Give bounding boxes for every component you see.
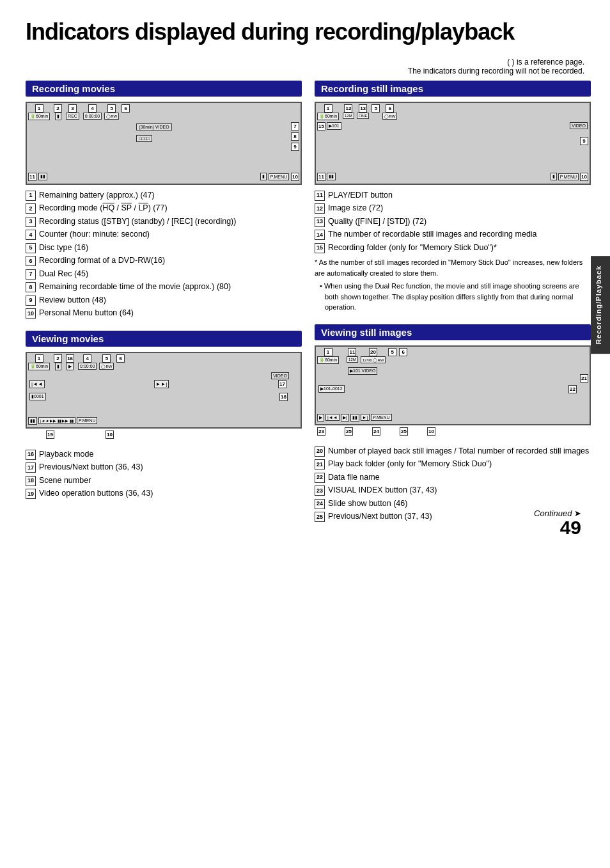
vs-diag-num-21: 21 [580,374,588,383]
list-item: 2 Recording mode (HQ / SP / LP) (77) [26,203,302,214]
list-item: 6 Recording format of a DVD-RW(16) [26,255,302,267]
list-item: 24 Slide show button (46) [315,498,591,510]
rs-diag-num-13: 13 [359,104,367,113]
section-header-viewing-movies: Viewing movies [26,331,302,347]
vs-diag-num-25-1: 25 [345,427,353,436]
v-diag-num-1: 1 [35,354,43,363]
diag-num-6: 6 [121,104,130,113]
section-viewing-movies: Viewing movies 1 🔋60min 2 ▮ [26,331,302,500]
list-item: 17 Previous/Next button (36, 43) [26,462,302,473]
list-item: 19 Video operation buttons (36, 43) [26,488,302,500]
list-item: 12 Image size (72) [315,203,591,214]
v-diag-num-17: 17 [278,380,286,388]
list-item: 10 Personal Menu button (64) [26,308,302,319]
diag-num-1: 1 [35,104,43,113]
recording-still-diagram: 1 🔋60min 12 12M 13 FINE 5 [315,102,591,185]
list-item: 9 Review button (48) [26,295,302,306]
list-item: 11 PLAY/EDIT button [315,190,591,201]
list-item: 20 Number of played back still images / … [315,446,591,457]
diag-num-10: 10 [291,173,299,181]
section-viewing-still: Viewing still images 1 🔋60min 11 12M [315,324,591,523]
list-item: 13 Quality ([FINE] / [STD]) (72) [315,216,591,228]
left-column: Recording movies 1 🔋60min 2 ▮ [26,81,302,534]
diag-num-11-rec: 11 [28,173,36,181]
vs-diag-num-24: 24 [372,427,380,436]
list-item: 8 Remaining recordable time of the movie… [26,281,302,293]
ref-note-line2: The indicators during recording will not… [408,67,584,75]
rs-diag-num-5: 5 [371,104,380,113]
v-diag-num-2: 2 [54,354,62,363]
recording-still-notes: * As the number of still images recorded… [315,257,591,313]
page-container: Indicators displayed during recording/pl… [0,0,610,553]
rs-diag-num-10: 10 [580,173,588,181]
diag-num-4: 4 [88,104,97,113]
list-item: 16 Playback mode [26,449,302,461]
section-header-viewing-still: Viewing still images [315,324,591,340]
section-header-recording-movies: Recording movies [26,81,302,97]
diag-num-7: 7 [291,122,299,130]
list-item: 7 Dual Rec (45) [26,269,302,280]
v-diag-num-6: 6 [116,354,125,363]
list-item: 21 Play back folder (only for "Memory St… [315,459,591,470]
section-recording-movies: Recording movies 1 🔋60min 2 ▮ [26,81,302,319]
page-number: 49 [534,518,581,537]
note-star: * As the number of still images recorded… [315,257,591,278]
list-item: 3 Recording status ([STBY] (standby) / [… [26,216,302,228]
vs-diag-num-1: 1 [324,348,332,356]
v-diag-num-18: 18 [279,393,288,401]
ref-note-line1: ( ) is a reference page. [507,58,584,67]
v-diag-num-5: 5 [102,354,111,363]
rs-diag-num-11: 11 [317,173,325,181]
page-title: Indicators displayed during recording/pl… [26,19,591,45]
right-column: Recording still images 1 🔋60min 12 12M [315,81,591,534]
diag-label-battery: 🔋60min [28,113,50,120]
vs-diag-num-23: 23 [317,427,325,436]
page-footer: Continued ➤ 49 [534,509,581,537]
vs-diag-num-6: 6 [399,348,407,356]
v-diag-num-19: 19 [46,430,54,439]
section-recording-still: Recording still images 1 🔋60min 12 12M [315,81,591,313]
v-diag-num-4: 4 [83,354,91,363]
diag-num-8: 8 [291,132,299,141]
list-item: 18 Scene number [26,475,302,487]
vs-diag-num-25-2: 25 [400,427,408,436]
rs-diag-num-6: 6 [386,104,394,113]
rs-diag-num-9: 9 [580,137,588,145]
viewing-still-diagram: 1 🔋60min 11 12M 20 12/30 ◯RW 5 [315,345,591,425]
rs-diag-num-15: 15 [317,122,325,130]
viewing-movies-diagram: 1 🔋60min 2 ▮ 16 ▶ 4 0:0 [26,352,302,429]
list-item: 5 Disc type (16) [26,242,302,254]
list-item: 14 The number of recordable still images… [315,229,591,241]
vs-diag-num-11: 11 [348,348,356,356]
main-content: Recording movies 1 🔋60min 2 ▮ [26,81,591,534]
list-item: 15 Recording folder (only for "Memory St… [315,242,591,254]
section-header-recording-still: Recording still images [315,81,591,97]
v-diag-num-10: 10 [106,430,114,439]
list-item: 4 Counter (hour: minute: second) [26,229,302,241]
viewing-movies-list: 16 Playback mode 17 Previous/Next button… [26,449,302,500]
sidebar-tab: Recording/Playback [591,256,610,354]
vs-diag-num-22: 22 [568,385,577,393]
recording-still-list: 11 PLAY/EDIT button 12 Image size (72) 1… [315,190,591,254]
diag-num-2: 2 [54,104,62,113]
diag-num-5: 5 [107,104,116,113]
vs-diag-num-10: 10 [427,427,435,436]
reference-note: ( ) is a reference page. The indicators … [26,58,591,75]
list-item: 22 Data file name [315,472,591,484]
rs-diag-num-1: 1 [324,104,332,113]
diag-num-3: 3 [68,104,77,113]
rs-diag-num-12: 12 [344,104,352,113]
list-item: 1 Remaining battery (approx.) (47) [26,190,302,201]
recording-movies-list: 1 Remaining battery (approx.) (47) 2 Rec… [26,190,302,319]
note-bullet: • When using the Dual Rec function, the … [320,281,591,313]
list-item: 23 VISUAL INDEX button (37, 43) [315,485,591,496]
vs-diag-num-5: 5 [388,348,396,356]
diag-num-9: 9 [291,143,299,151]
v-diag-num-16: 16 [66,354,74,363]
recording-movies-diagram: 1 🔋60min 2 ▮ 3 REC 4 0: [26,102,302,185]
vs-diag-num-20: 20 [369,348,377,356]
